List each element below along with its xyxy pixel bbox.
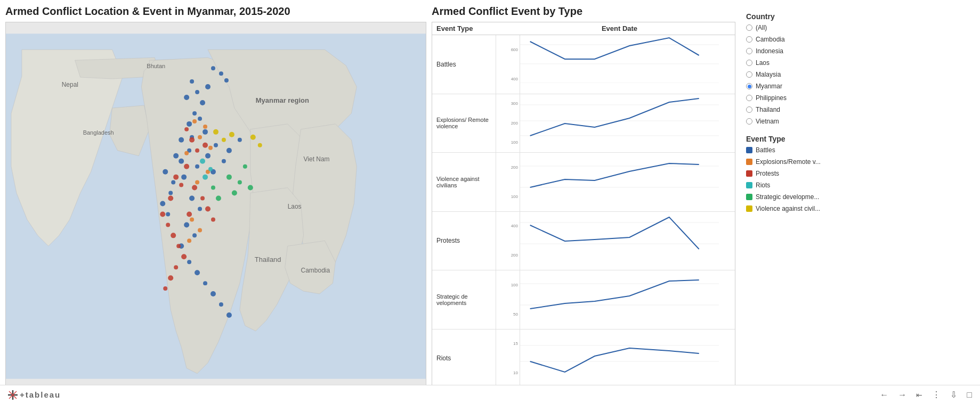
radio-thailand[interactable] [746, 106, 752, 113]
svg-point-34 [226, 148, 232, 153]
svg-point-87 [203, 175, 208, 180]
svg-point-47 [184, 164, 189, 169]
svg-point-62 [184, 127, 189, 131]
svg-point-10 [195, 90, 199, 94]
radio-malaysia[interactable] [746, 71, 752, 78]
svg-point-91 [222, 138, 226, 142]
svg-point-70 [198, 135, 202, 139]
svg-point-53 [171, 233, 176, 238]
map-section: Armed Conflict Location & Event in Myanm… [5, 5, 426, 399]
nav-back-button[interactable]: ← [880, 390, 888, 400]
svg-text:Bangladesh: Bangladesh [83, 129, 114, 136]
country-item-cambodia[interactable]: Cambodia [746, 36, 858, 43]
legend-section: Country (All) Cambodia Indonesia Laos Ma… [741, 5, 863, 399]
country-item-thailand[interactable]: Thailand [746, 106, 858, 113]
svg-point-67 [187, 211, 192, 217]
svg-point-49 [179, 183, 183, 187]
radio-indonesia[interactable] [746, 48, 752, 54]
riots-event-label: Riots [756, 182, 770, 189]
svg-point-48 [173, 175, 179, 180]
footer: +tableau ← → ⇤ ⋮ ⇩ □ [0, 385, 980, 404]
svg-point-43 [203, 281, 207, 285]
svg-point-64 [200, 196, 205, 201]
event-item-protests: Protests [746, 170, 858, 177]
chart-table: Event Type Event Date Battles 600 400 [432, 22, 735, 399]
radio-vietnam[interactable] [746, 118, 752, 125]
radio-all[interactable] [746, 24, 752, 31]
protests-yaxis: 400 200 [496, 212, 520, 270]
riots-label: Riots [432, 329, 496, 388]
explosions-event-label: Explosions/Remote v... [756, 158, 821, 166]
battles-yaxis: 600 400 [496, 35, 520, 94]
svg-point-9 [184, 95, 189, 100]
country-item-philippines[interactable]: Philippines [746, 94, 858, 102]
country-myanmar-label: Myanmar [756, 83, 782, 90]
nav-download-button[interactable]: ⇩ [950, 390, 957, 400]
svg-point-65 [205, 207, 210, 212]
country-item-indonesia[interactable]: Indonesia [746, 47, 858, 55]
violence-color-dot [746, 205, 752, 212]
riots-chart [520, 329, 719, 377]
footer-nav: ← → ⇤ ⋮ ⇩ □ [880, 390, 972, 400]
protests-color-dot [746, 170, 752, 177]
nav-fullscreen-button[interactable]: □ [967, 390, 972, 400]
svg-point-54 [176, 244, 181, 248]
svg-point-30 [205, 153, 210, 159]
svg-point-80 [232, 191, 237, 196]
country-item-myanmar[interactable]: Myanmar [746, 83, 858, 90]
svg-point-33 [222, 159, 226, 163]
country-item-vietnam[interactable]: Vietnam [746, 118, 858, 125]
map-svg: Nepal Bhutan Bangladesh Myanmar region V… [6, 22, 426, 390]
battles-event-label: Battles [756, 146, 775, 154]
radio-philippines[interactable] [746, 95, 752, 101]
svg-point-17 [179, 137, 184, 143]
radio-laos[interactable] [746, 60, 752, 66]
riots-color-dot [746, 182, 752, 188]
explosions-chart [520, 94, 719, 142]
map-container[interactable]: Nepal Bhutan Bangladesh Myanmar region V… [5, 22, 426, 391]
svg-point-42 [195, 270, 200, 275]
svg-point-25 [168, 191, 173, 195]
violence-yaxis: 200 100 [496, 153, 520, 211]
country-item-malaysia[interactable]: Malaysia [746, 71, 858, 78]
violence-label: Violence against civilians [432, 153, 496, 211]
strategic-color-dot [746, 194, 752, 200]
nav-forward-button[interactable]: → [898, 390, 906, 400]
svg-point-31 [214, 143, 218, 147]
svg-point-13 [200, 100, 205, 105]
svg-point-11 [205, 84, 210, 89]
svg-point-45 [219, 302, 223, 307]
svg-point-90 [213, 129, 218, 135]
nav-share-button[interactable]: ⋮ [932, 390, 941, 400]
riots-filter [719, 329, 735, 388]
chart-row-battles: Battles 600 400 [432, 35, 735, 94]
event-item-strategic: Strategic developme... [746, 193, 858, 201]
svg-point-81 [243, 164, 247, 169]
country-item-all[interactable]: (All) [746, 24, 858, 31]
svg-point-16 [198, 117, 202, 121]
svg-point-76 [198, 228, 202, 232]
strategic-filter [719, 270, 735, 329]
event-legend-title: Event Type [746, 135, 858, 143]
svg-point-71 [208, 146, 213, 150]
chart-row-strategic: Strategic de velopments 100 50 [432, 270, 735, 329]
radio-cambodia[interactable] [746, 36, 752, 43]
svg-point-46 [226, 312, 232, 318]
battles-chart [520, 35, 719, 83]
protests-event-label: Protests [756, 170, 779, 177]
chart-header-event-type: Event Type [432, 24, 496, 32]
chart-title: Armed Conflict Event by Type [432, 5, 735, 18]
country-vietnam-label: Vietnam [756, 118, 779, 125]
strategic-yaxis: 100 50 [496, 270, 520, 329]
svg-point-58 [163, 286, 167, 291]
battles-filter [719, 35, 735, 94]
svg-point-41 [187, 260, 191, 264]
country-item-laos[interactable]: Laos [746, 59, 858, 67]
radio-myanmar[interactable] [746, 83, 752, 89]
svg-point-75 [190, 217, 194, 221]
svg-point-57 [168, 275, 173, 281]
battles-label: Battles [432, 35, 496, 94]
nav-first-button[interactable]: ⇤ [916, 391, 922, 399]
svg-point-77 [187, 238, 191, 243]
svg-point-66 [211, 217, 215, 221]
